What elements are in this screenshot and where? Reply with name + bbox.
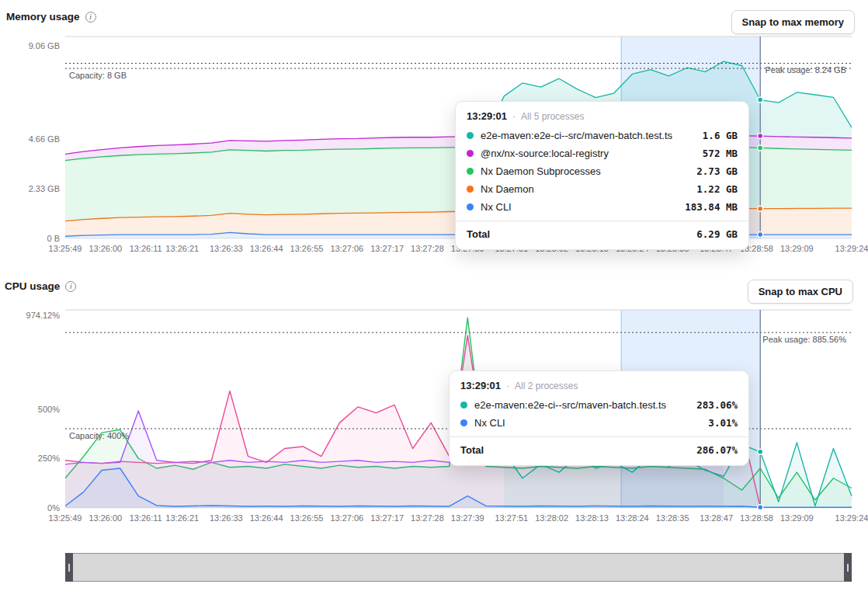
x-tick-label: 13:27:06 xyxy=(330,244,363,253)
x-tick-label: 13:27:28 xyxy=(411,513,444,523)
series-color-dot xyxy=(460,419,467,426)
process-name: Nx CLI xyxy=(481,201,512,213)
tooltip-separator: · xyxy=(506,381,509,391)
process-value: 3.01% xyxy=(708,417,738,429)
annotation-label: Capacity: 8 GB xyxy=(69,71,127,80)
marker-dot xyxy=(758,145,763,151)
tooltip-header: 13:29:01·All 2 processes xyxy=(450,371,748,396)
x-tick-label: 13:26:00 xyxy=(89,244,122,253)
marker-dot xyxy=(758,134,763,139)
series-color-dot xyxy=(460,402,467,408)
tooltip-time: 13:29:01 xyxy=(467,110,507,122)
process-name: e2e-maven:e2e-ci--src/maven-batch.test.t… xyxy=(481,130,672,141)
process-name: @nx/nx-source:local-registry xyxy=(481,148,609,159)
x-tick-label: 13:29:24 xyxy=(835,244,868,253)
x-tick-label: 13:26:21 xyxy=(165,513,199,523)
annotation-label: Peak usage: 885.56% xyxy=(762,335,846,344)
x-tick-label: 13:25:49 xyxy=(49,513,82,523)
x-tick-label: 13:28:58 xyxy=(740,513,773,523)
x-tick-label: 13:28:47 xyxy=(700,513,733,523)
tooltip-row: e2e-maven:e2e-ci--src/maven-batch.test.t… xyxy=(450,396,748,414)
x-tick-label: 13:28:02 xyxy=(535,513,568,523)
memory-info-icon[interactable]: i xyxy=(85,12,96,23)
tooltip-separator: · xyxy=(512,111,516,122)
tooltip-header: 13:29:01·All 5 processes xyxy=(456,102,748,127)
x-tick-label: 13:26:44 xyxy=(250,244,283,253)
process-value: 2.73 GB xyxy=(696,165,738,177)
series-color-dot xyxy=(467,150,474,157)
x-tick-label: 13:26:33 xyxy=(210,244,243,253)
process-name: Nx CLI xyxy=(474,417,505,429)
cpu-info-icon[interactable]: i xyxy=(65,281,76,292)
marker-dot xyxy=(758,449,763,454)
tooltip-row: @nx/nx-source:local-registry572 MB xyxy=(456,144,748,162)
x-tick-label: 13:26:11 xyxy=(130,513,162,523)
x-tick-label: 13:27:06 xyxy=(330,513,363,523)
tooltip-row: Nx CLI3.01% xyxy=(450,414,748,432)
annotation-label: Peak usage: 8.24 GB xyxy=(765,65,846,75)
y-tick-label: 4.66 GB xyxy=(29,134,60,144)
y-tick-label: 974.12% xyxy=(26,311,61,320)
process-name: e2e-maven:e2e-ci--src/maven-batch.test.t… xyxy=(474,399,666,411)
series-color-dot xyxy=(467,203,474,210)
x-tick-label: 13:26:33 xyxy=(210,513,243,523)
process-value: 572 MB xyxy=(703,148,738,159)
x-tick-label: 13:27:28 xyxy=(411,244,444,253)
marker-dot xyxy=(758,97,763,103)
total-value: 6.29 GB xyxy=(696,228,738,240)
y-tick-label: 0 B xyxy=(47,234,60,243)
process-name: Nx Daemon Subprocesses xyxy=(481,165,601,177)
brush-handle-left[interactable] xyxy=(65,553,73,582)
total-value: 286.07% xyxy=(696,444,738,456)
y-tick-label: 9.06 GB xyxy=(29,41,60,50)
x-tick-label: 13:26:44 xyxy=(250,513,283,523)
process-value: 1.22 GB xyxy=(696,183,738,195)
cpu-tooltip: 13:29:01·All 2 processese2e-maven:e2e-ci… xyxy=(449,370,749,466)
cpu-usage-title: CPU usage xyxy=(5,280,60,292)
process-name: Nx Daemon xyxy=(481,183,534,195)
x-tick-label: 13:26:11 xyxy=(130,244,162,253)
x-tick-label: 13:26:55 xyxy=(290,244,324,253)
marker-dot xyxy=(758,505,763,510)
x-tick-label: 13:25:49 xyxy=(49,244,82,253)
memory-usage-header: Memory usage i xyxy=(6,11,96,23)
x-tick-label: 13:26:55 xyxy=(290,513,324,523)
total-label: Total xyxy=(467,228,490,240)
process-value: 283.06% xyxy=(696,399,738,411)
marker-dot xyxy=(758,206,763,211)
snap-to-max-cpu-button[interactable]: Snap to max CPU xyxy=(748,280,853,304)
annotation-label: Capacity: 400% xyxy=(69,431,129,440)
x-tick-label: 13:26:00 xyxy=(89,513,122,523)
x-tick-label: 13:27:39 xyxy=(451,513,484,523)
total-label: Total xyxy=(460,444,484,456)
x-tick-label: 13:29:09 xyxy=(780,513,814,523)
memory-tooltip: 13:29:01·All 5 processese2e-maven:e2e-ci… xyxy=(455,101,749,250)
x-tick-label: 13:26:21 xyxy=(165,244,199,253)
marker-dot xyxy=(758,232,763,238)
x-tick-label: 13:27:51 xyxy=(495,513,528,523)
tooltip-total-row: Total6.29 GB xyxy=(456,221,748,248)
tooltip-row: Nx Daemon1.22 GB xyxy=(456,180,748,198)
tooltip-row: Nx CLI183.84 MB xyxy=(456,198,748,216)
y-tick-label: 2.33 GB xyxy=(29,184,60,193)
x-tick-label: 13:29:09 xyxy=(780,244,814,253)
x-tick-label: 13:28:24 xyxy=(616,513,649,523)
memory-usage-title: Memory usage xyxy=(6,11,80,23)
tooltip-subtitle: All 2 processes xyxy=(515,381,578,391)
x-tick-label: 13:27:17 xyxy=(370,513,404,523)
tooltip-subtitle: All 5 processes xyxy=(521,111,584,122)
x-tick-label: 13:28:13 xyxy=(575,513,609,523)
tooltip-total-row: Total286.07% xyxy=(450,436,748,464)
brush-handle-right[interactable] xyxy=(844,553,852,582)
x-tick-label: 13:29:24 xyxy=(835,513,868,523)
timeline-brush[interactable] xyxy=(65,553,852,582)
process-value: 1.6 GB xyxy=(703,130,738,141)
y-tick-label: 250% xyxy=(38,454,60,463)
process-value: 183.84 MB xyxy=(685,201,738,213)
series-color-dot xyxy=(467,168,474,175)
tooltip-row: e2e-maven:e2e-ci--src/maven-batch.test.t… xyxy=(456,127,748,144)
x-tick-label: 13:27:17 xyxy=(370,244,404,253)
tooltip-row: Nx Daemon Subprocesses2.73 GB xyxy=(456,162,748,180)
cpu-usage-header: CPU usage i xyxy=(5,280,76,292)
series-color-dot xyxy=(467,186,474,193)
